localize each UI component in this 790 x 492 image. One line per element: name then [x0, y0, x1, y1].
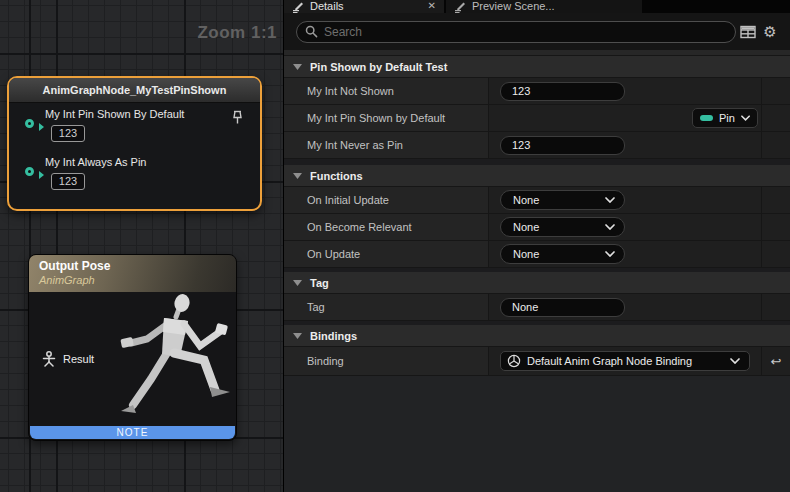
zoom-indicator: Zoom 1:1 — [197, 23, 277, 43]
details-empty-area — [284, 376, 790, 492]
search-box[interactable] — [296, 21, 736, 43]
property-row-on-update: On Update None — [284, 241, 790, 268]
on-become-relevant-dropdown[interactable]: None — [500, 217, 625, 237]
property-row-on-initial-update: On Initial Update None — [284, 187, 790, 214]
tab-bar: Details ✕ Preview Scene... — [284, 0, 790, 13]
pin-label: My Int Pin Shown By Default — [45, 108, 184, 120]
property-label: On Become Relevant — [307, 221, 412, 233]
details-toolbar: ⚙ — [284, 13, 790, 50]
node-animgraphnode-mytestpinshown[interactable]: AnimGraphNode_MyTestPinShown My Int Pin … — [7, 76, 262, 211]
tab-details[interactable]: Details ✕ — [284, 0, 444, 13]
mannequin-preview-image — [106, 293, 234, 425]
property-grid: Pin Shown by Default Test My Int Not Sho… — [284, 56, 790, 492]
preview-scene-icon — [454, 1, 466, 13]
pin-label: My Int Always As Pin — [45, 156, 146, 168]
tag-input[interactable] — [500, 298, 625, 317]
node-title: Output Pose — [39, 259, 236, 273]
property-row-tag: Tag — [284, 294, 790, 321]
node-header[interactable]: AnimGraphNode_MyTestPinShown — [9, 78, 260, 103]
category-functions[interactable]: Functions — [284, 165, 790, 187]
details-icon — [292, 1, 304, 13]
property-label: My Int Never as Pin — [307, 139, 403, 151]
chevron-down-icon — [605, 197, 615, 203]
int-pin-icon[interactable] — [25, 119, 34, 128]
chevron-down-icon — [605, 224, 615, 230]
collapse-arrow-icon — [293, 64, 302, 70]
property-row-on-become-relevant: On Become Relevant None — [284, 214, 790, 241]
on-initial-update-dropdown[interactable]: None — [500, 190, 625, 210]
tab-preview-scene[interactable]: Preview Scene... — [446, 0, 642, 13]
result-pin-label: Result — [63, 353, 94, 365]
search-icon — [305, 25, 318, 38]
category-pin-shown-by-default-test[interactable]: Pin Shown by Default Test — [284, 56, 790, 78]
property-label: On Initial Update — [307, 194, 389, 206]
chevron-down-icon — [605, 251, 615, 257]
node-title: AnimGraphNode_MyTestPinShown — [43, 84, 227, 96]
property-row-my-int-pin-shown-by-default: My Int Pin Shown by Default Pin — [284, 105, 790, 132]
property-row-binding: Binding Default Anim Graph Node Binding — [284, 347, 790, 376]
note-banner[interactable]: NOTE — [30, 426, 235, 439]
property-label: My Int Not Shown — [307, 85, 394, 97]
class-sphere-icon — [507, 354, 521, 368]
property-label: Tag — [307, 301, 325, 313]
collapse-arrow-icon — [293, 173, 302, 179]
chevron-down-icon — [741, 115, 750, 121]
display-filter-icon[interactable] — [737, 21, 759, 43]
collapse-arrow-icon — [293, 280, 302, 286]
reset-to-default-icon[interactable]: ↩ — [771, 355, 782, 368]
unpin-icon[interactable] — [231, 110, 244, 125]
pin-pill-icon — [700, 115, 713, 121]
unreal-editor-window: Zoom 1:1 AnimGraphNode_MyTestPinShown My… — [0, 0, 790, 492]
pin-toggle-dropdown[interactable]: Pin — [692, 108, 758, 128]
pose-pin-icon[interactable] — [42, 351, 56, 367]
binding-class-dropdown[interactable]: Default Anim Graph Node Binding — [500, 351, 750, 371]
node-header[interactable]: Output Pose AnimGraph — [29, 255, 236, 292]
my-int-never-as-pin-input[interactable] — [500, 136, 625, 155]
property-label: My Int Pin Shown by Default — [307, 112, 445, 124]
search-input[interactable] — [324, 25, 727, 39]
node-output-pose[interactable]: Output Pose AnimGraph — [28, 254, 237, 441]
category-tag[interactable]: Tag — [284, 272, 790, 294]
my-int-not-shown-input[interactable] — [500, 82, 625, 101]
collapse-arrow-icon — [293, 333, 302, 339]
property-label: On Update — [307, 248, 360, 260]
property-row-my-int-not-shown: My Int Not Shown — [284, 78, 790, 105]
on-update-dropdown[interactable]: None — [500, 244, 625, 264]
node-subtitle: AnimGraph — [39, 274, 236, 286]
int-pin-icon[interactable] — [25, 167, 34, 176]
chevron-down-icon — [730, 358, 740, 364]
pin-default-value[interactable]: 123 — [51, 173, 85, 190]
category-bindings[interactable]: Bindings — [284, 325, 790, 347]
settings-gear-icon[interactable]: ⚙ — [759, 21, 781, 43]
property-row-my-int-never-as-pin: My Int Never as Pin — [284, 132, 790, 159]
close-tab-icon[interactable]: ✕ — [428, 1, 436, 11]
details-panel: Details ✕ Preview Scene... — [284, 0, 790, 492]
pin-default-value[interactable]: 123 — [51, 125, 85, 142]
anim-graph-canvas[interactable]: Zoom 1:1 AnimGraphNode_MyTestPinShown My… — [0, 0, 283, 492]
property-label: Binding — [307, 355, 344, 367]
